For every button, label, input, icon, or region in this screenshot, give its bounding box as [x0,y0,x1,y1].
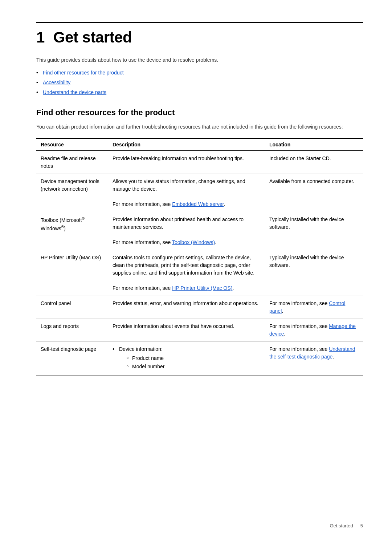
circle-text: Model number [132,364,165,369]
description-text: Contains tools to configure print settin… [113,255,254,276]
section-heading: Find other resources for the product [36,108,363,117]
table-row: Logs and reports Provides information ab… [36,319,363,342]
toc-item-3: Understand the device parts [36,89,363,96]
table-row: HP Printer Utility (Mac OS) Contains too… [36,250,363,296]
description-cell: Provide late-breaking information and tr… [108,151,265,174]
table-header-location: Location [265,138,363,151]
table-of-contents: Find other resources for the product Acc… [36,69,363,96]
location-cell: For more information, see Control panel. [265,296,363,319]
location-cell: For more information, see Manage the dev… [265,319,363,342]
circle-item: Product name [126,354,261,362]
resource-cell: Self-test diagnostic page [36,342,108,376]
description-see-text: For more information, see [113,201,172,207]
toc-item-1: Find other resources for the product [36,69,363,77]
table-row: Control panel Provides status, error, an… [36,296,363,319]
chapter-number: 1 [36,29,45,46]
description-see-text: For more information, see [113,285,172,291]
table-row: Toolbox (Microsoft® Windows®) Provides i… [36,212,363,250]
section-intro: You can obtain product information and f… [36,123,363,131]
toc-link-2[interactable]: Accessibility [43,80,70,85]
toc-link-3[interactable]: Understand the device parts [43,89,106,95]
resource-cell: HP Printer Utility (Mac OS) [36,250,108,296]
table-header-description: Description [108,138,265,151]
location-cell: Available from a connected computer. [265,174,363,212]
footer-label: Get started [330,523,353,528]
circle-sublist: Product name Model number [119,354,261,370]
chapter-title: 1Get started [36,22,363,46]
self-test-bullet-list: Device information: Product name Model n… [113,345,261,370]
description-cell: Provides information about events that h… [108,319,265,342]
table-row: Self-test diagnostic page Device informa… [36,342,363,376]
embedded-web-server-link[interactable]: Embedded Web server [172,201,224,207]
location-text: Typically installed with the device soft… [269,255,344,268]
resource-cell: Toolbox (Microsoft® Windows®) [36,212,108,250]
circle-text: Product name [132,355,164,361]
description-text: Allows you to view status information, c… [113,178,245,192]
table-row: Readme file and release notes Provide la… [36,151,363,174]
footer-page-number: 5 [360,523,363,528]
bullet-text: Device information: [119,346,163,352]
resource-cell: Device management tools (network connect… [36,174,108,212]
page-footer: Get started 5 [330,523,363,528]
description-text: Provides information about events that h… [113,323,234,329]
description-text: Provides status, error, and warning info… [113,300,258,306]
description-text: Provides information about printhead hea… [113,216,244,230]
location-see-text: For more information, see [269,300,329,306]
location-text: Included on the Starter CD. [269,155,331,161]
location-cell: For more information, see Understand the… [265,342,363,376]
table-row: Device management tools (network connect… [36,174,363,212]
description-cell: Provides status, error, and warning info… [108,296,265,319]
location-cell: Typically installed with the device soft… [265,250,363,296]
circle-item: Model number [126,363,261,370]
hp-printer-utility-link[interactable]: HP Printer Utility (Mac OS) [172,285,232,291]
location-see-text: For more information, see [269,323,329,329]
description-see-text: For more information, see [113,239,172,245]
chapter-intro: This guide provides details about how to… [36,56,363,64]
chapter-title-text: Get started [53,29,132,46]
description-cell: Contains tools to configure print settin… [108,250,265,296]
resource-table: Resource Description Location Readme fil… [36,138,363,376]
location-see-text: For more information, see [269,346,329,352]
description-period: . [224,201,225,207]
resource-cell: Readme file and release notes [36,151,108,174]
location-cell: Included on the Starter CD. [265,151,363,174]
location-text: Available from a connected computer. [269,178,354,184]
toolbox-windows-link[interactable]: Toolbox (Windows) [172,239,215,245]
location-text: Typically installed with the device soft… [269,216,344,230]
description-cell: Allows you to view status information, c… [108,174,265,212]
bullet-item: Device information: Product name Model n… [113,345,261,370]
description-cell: Device information: Product name Model n… [108,342,265,376]
toc-link-1[interactable]: Find other resources for the product [43,70,124,76]
toc-item-2: Accessibility [36,79,363,86]
description-cell: Provides information about printhead hea… [108,212,265,250]
description-text: Provide late-breaking information and tr… [113,155,244,161]
resource-cell: Logs and reports [36,319,108,342]
location-cell: Typically installed with the device soft… [265,212,363,250]
table-header-resource: Resource [36,138,108,151]
resource-cell: Control panel [36,296,108,319]
